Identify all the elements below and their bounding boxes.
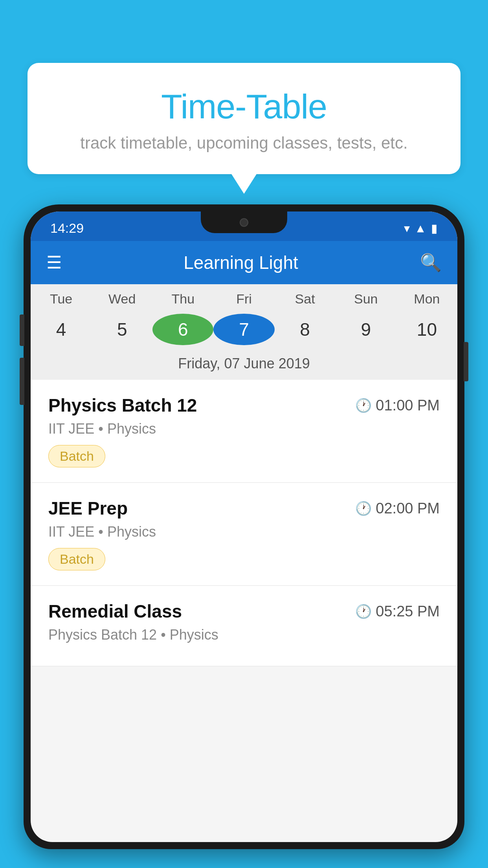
app-title: Learning Light xyxy=(73,252,408,273)
day-header: Tue xyxy=(31,291,92,307)
phone-outer: 14:29 ▾ ▲ ▮ ☰ Learning Light 🔍 TueWedThu… xyxy=(24,204,464,849)
phone-screen: 14:29 ▾ ▲ ▮ ☰ Learning Light 🔍 TueWedThu… xyxy=(31,211,457,842)
class-name: Physics Batch 12 xyxy=(48,395,197,416)
clock-icon: 🕐 xyxy=(355,603,372,619)
phone-mockup: 14:29 ▾ ▲ ▮ ☰ Learning Light 🔍 TueWedThu… xyxy=(24,204,464,868)
front-camera xyxy=(240,218,248,227)
class-meta: Physics Batch 12 • Physics xyxy=(48,627,440,643)
volume-up-button xyxy=(20,314,24,346)
class-name: JEE Prep xyxy=(48,498,128,519)
class-meta: IIT JEE • Physics xyxy=(48,421,440,437)
day-number[interactable]: 4 xyxy=(31,314,92,345)
batch-tag: Batch xyxy=(48,548,105,570)
day-header: Fri xyxy=(213,291,274,307)
clock-icon: 🕐 xyxy=(355,397,372,413)
class-name: Remedial Class xyxy=(48,601,182,622)
signal-icon: ▲ xyxy=(415,222,426,235)
day-number[interactable]: 7 xyxy=(213,314,274,345)
day-numbers: 45678910 xyxy=(31,310,457,352)
hamburger-icon[interactable]: ☰ xyxy=(46,254,62,271)
class-time: 🕐 02:00 PM xyxy=(355,500,440,517)
status-time: 14:29 xyxy=(50,221,84,236)
selected-date-label: Friday, 07 June 2019 xyxy=(31,352,457,380)
class-list: Physics Batch 12🕐 01:00 PMIIT JEE • Phys… xyxy=(31,380,457,666)
phone-notch xyxy=(201,211,287,233)
day-number[interactable]: 6 xyxy=(152,314,213,345)
app-bar: ☰ Learning Light 🔍 xyxy=(31,241,457,284)
calendar-section: TueWedThuFriSatSunMon 45678910 Friday, 0… xyxy=(31,284,457,380)
day-header: Wed xyxy=(92,291,152,307)
class-item[interactable]: JEE Prep🕐 02:00 PMIIT JEE • PhysicsBatch xyxy=(31,483,457,586)
class-time: 🕐 01:00 PM xyxy=(355,397,440,414)
day-number[interactable]: 8 xyxy=(275,314,336,345)
day-number[interactable]: 10 xyxy=(396,314,457,345)
day-header: Thu xyxy=(152,291,213,307)
day-header: Sat xyxy=(275,291,336,307)
clock-icon: 🕐 xyxy=(355,500,372,516)
day-number[interactable]: 9 xyxy=(336,314,396,345)
class-item[interactable]: Remedial Class🕐 05:25 PMPhysics Batch 12… xyxy=(31,586,457,666)
bubble-title: Time-Table xyxy=(43,86,445,127)
class-time: 🕐 05:25 PM xyxy=(355,603,440,620)
batch-tag: Batch xyxy=(48,445,105,467)
day-header: Mon xyxy=(396,291,457,307)
wifi-icon: ▾ xyxy=(404,221,410,235)
bubble-subtitle: track timetable, upcoming classes, tests… xyxy=(43,134,445,153)
status-icons: ▾ ▲ ▮ xyxy=(404,221,438,235)
volume-down-button xyxy=(20,358,24,405)
class-meta: IIT JEE • Physics xyxy=(48,524,440,540)
day-headers: TueWedThuFriSatSunMon xyxy=(31,284,457,310)
search-icon[interactable]: 🔍 xyxy=(420,252,442,273)
power-button xyxy=(464,342,468,381)
day-header: Sun xyxy=(336,291,396,307)
class-item[interactable]: Physics Batch 12🕐 01:00 PMIIT JEE • Phys… xyxy=(31,380,457,483)
day-number[interactable]: 5 xyxy=(92,314,152,345)
battery-icon: ▮ xyxy=(431,221,438,235)
speech-bubble-container: Time-Table track timetable, upcoming cla… xyxy=(28,63,460,174)
speech-bubble: Time-Table track timetable, upcoming cla… xyxy=(28,63,460,174)
